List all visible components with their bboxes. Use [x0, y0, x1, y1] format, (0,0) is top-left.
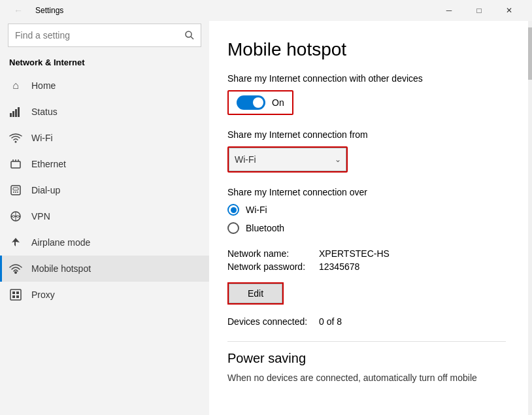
svg-point-13	[13, 191, 14, 193]
network-info: Network name: XPERTSTEC-HS Network passw…	[227, 248, 506, 272]
svg-rect-4	[15, 109, 17, 117]
scrollbar-track[interactable]	[528, 21, 532, 415]
svg-point-6	[15, 141, 17, 143]
wifi-icon-svg	[9, 133, 22, 143]
titlebar-title: Settings	[35, 6, 63, 15]
sidebar-item-home[interactable]: ⌂ Home	[0, 73, 209, 99]
search-input[interactable]	[8, 24, 201, 47]
network-name-val: XPERTSTEC-HS	[319, 248, 390, 259]
sidebar-item-label-hotspot: Mobile hotspot	[31, 263, 91, 274]
share-from-section: Share my Internet connection from Wi-Fi …	[227, 129, 506, 173]
sidebar-item-proxy[interactable]: Proxy	[0, 282, 209, 308]
scrollbar-thumb[interactable]	[528, 27, 532, 80]
search-box	[8, 24, 201, 47]
titlebar-left: ← Settings	[8, 0, 63, 21]
sidebar-item-label-airplane: Airplane mode	[31, 237, 90, 248]
sidebar-item-vpn[interactable]: VPN	[0, 203, 209, 229]
svg-point-14	[15, 191, 16, 193]
share-toggle[interactable]	[237, 95, 265, 110]
sidebar-item-label-ethernet: Ethernet	[31, 159, 66, 169]
content-area: Mobile hotspot Share my Internet connect…	[209, 21, 532, 415]
sidebar-item-status[interactable]: Status	[0, 99, 209, 125]
radio-wifi-label: Wi-Fi	[246, 205, 267, 215]
svg-rect-12	[13, 188, 18, 190]
radio-bluetooth-label: Bluetooth	[246, 223, 284, 233]
svg-line-1	[191, 37, 193, 39]
power-saving-desc: When no devices are connected, automatic…	[227, 373, 506, 383]
maximize-button[interactable]: □	[464, 0, 494, 21]
proxy-icon	[9, 288, 22, 301]
dialup-icon-svg	[10, 184, 22, 196]
status-icon	[9, 105, 22, 118]
svg-point-18	[14, 271, 17, 274]
share-over-label: Share my Internet connection over	[227, 187, 506, 197]
svg-rect-20	[12, 291, 15, 294]
svg-rect-19	[10, 290, 21, 300]
status-bars-icon	[10, 107, 22, 117]
svg-point-0	[186, 31, 191, 37]
network-name-key: Network name:	[227, 248, 319, 259]
proxy-icon-svg	[10, 289, 22, 301]
connection-from-dropdown[interactable]: Wi-Fi Ethernet	[229, 148, 346, 171]
wifi-icon	[9, 131, 22, 144]
svg-rect-7	[11, 161, 20, 168]
network-password-row: Network password: 12345678	[227, 261, 506, 272]
share-from-label: Share my Internet connection from	[227, 129, 506, 140]
network-name-row: Network name: XPERTSTEC-HS	[227, 248, 506, 259]
ethernet-icon	[9, 158, 22, 171]
sidebar-item-label-status: Status	[31, 107, 58, 117]
edit-button[interactable]: Edit	[229, 284, 282, 303]
sidebar-section-label: Network & Internet	[0, 55, 209, 73]
radio-bluetooth-circle[interactable]	[227, 222, 239, 234]
toggle-state-label: On	[272, 97, 284, 108]
svg-rect-21	[16, 291, 19, 294]
sidebar-item-dialup[interactable]: Dial-up	[0, 177, 209, 203]
power-saving-title: Power saving	[227, 351, 506, 366]
close-button[interactable]: ✕	[494, 0, 524, 21]
back-button[interactable]: ←	[8, 0, 29, 21]
titlebar-controls: ─ □ ✕	[434, 0, 524, 21]
search-icon	[185, 31, 194, 40]
vpn-icon	[9, 210, 22, 223]
sidebar-item-label-wifi: Wi-Fi	[31, 133, 53, 143]
ethernet-icon-svg	[10, 159, 22, 169]
svg-rect-2	[10, 113, 12, 117]
toggle-row: On	[227, 90, 293, 115]
home-icon: ⌂	[9, 79, 22, 92]
share-over-section: Share my Internet connection over Wi-Fi …	[227, 187, 506, 234]
svg-point-15	[17, 191, 18, 193]
hotspot-icon-svg	[9, 263, 22, 274]
radio-wifi-circle[interactable]	[227, 204, 239, 216]
sidebar-item-hotspot[interactable]: Mobile hotspot	[0, 256, 209, 282]
sidebar-item-airplane[interactable]: Airplane mode	[0, 229, 209, 256]
svg-rect-23	[16, 295, 19, 298]
dropdown-wrapper: Wi-Fi Ethernet ⌄	[227, 146, 348, 173]
sidebar-item-label-proxy: Proxy	[31, 290, 55, 300]
minimize-button[interactable]: ─	[434, 0, 464, 21]
sidebar-item-label-home: Home	[31, 80, 56, 91]
dropdown-container: Wi-Fi Ethernet ⌄	[229, 148, 346, 171]
hotspot-icon	[9, 262, 22, 275]
main-layout: Network & Internet ⌂ Home Status	[0, 21, 532, 415]
network-password-val: 12345678	[319, 261, 359, 272]
titlebar: ← Settings ─ □ ✕	[0, 0, 532, 21]
search-icon-button[interactable]	[178, 24, 201, 47]
sidebar-item-label-vpn: VPN	[31, 211, 50, 222]
airplane-icon	[9, 236, 22, 249]
svg-rect-22	[12, 295, 15, 298]
sidebar-item-wifi[interactable]: Wi-Fi	[0, 125, 209, 151]
dialup-icon	[9, 184, 22, 197]
share-connection-label: Share my Internet connection with other …	[227, 73, 506, 84]
sidebar-item-ethernet[interactable]: Ethernet	[0, 151, 209, 177]
sidebar: Network & Internet ⌂ Home Status	[0, 21, 209, 415]
vpn-icon-svg	[10, 210, 22, 222]
radio-item-bluetooth[interactable]: Bluetooth	[227, 222, 506, 234]
radio-item-wifi[interactable]: Wi-Fi	[227, 204, 506, 216]
devices-connected-key: Devices connected:	[227, 316, 319, 327]
svg-rect-5	[18, 107, 20, 117]
section-divider	[227, 341, 506, 342]
page-title: Mobile hotspot	[227, 39, 506, 60]
devices-connected-val: 0 of 8	[319, 316, 342, 327]
sidebar-item-label-dialup: Dial-up	[31, 185, 60, 195]
svg-rect-3	[12, 111, 14, 117]
